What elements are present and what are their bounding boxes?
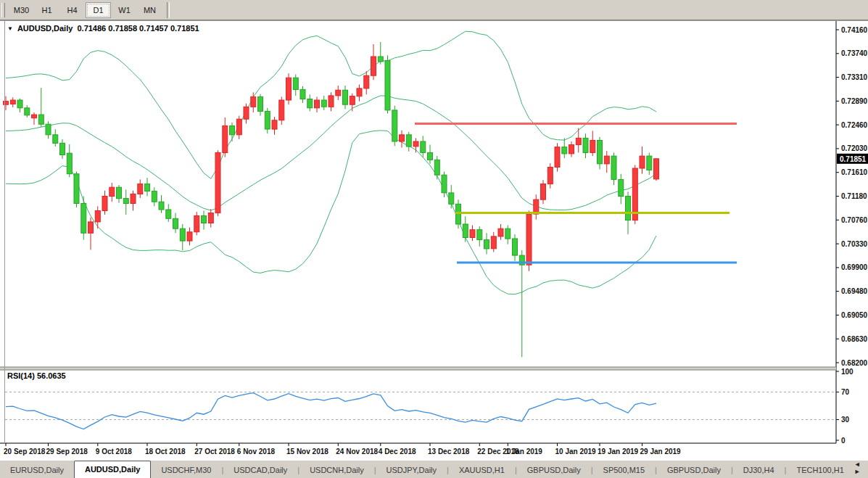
svg-text:10 Jan 2019: 10 Jan 2019 bbox=[555, 448, 597, 456]
svg-text:0.73310: 0.73310 bbox=[841, 73, 868, 81]
svg-text:70: 70 bbox=[841, 388, 850, 396]
svg-text:0.71610: 0.71610 bbox=[841, 168, 868, 176]
svg-text:0.71851: 0.71851 bbox=[840, 155, 867, 163]
svg-text:0.73740: 0.73740 bbox=[841, 49, 868, 57]
svg-text:100: 100 bbox=[841, 368, 853, 376]
chart-tab-sp500-m15[interactable]: SP500,M15 bbox=[593, 463, 655, 478]
svg-text:0.69900: 0.69900 bbox=[841, 263, 868, 271]
svg-text:18 Oct 2018: 18 Oct 2018 bbox=[145, 448, 186, 456]
svg-text:0.72460: 0.72460 bbox=[841, 121, 868, 129]
timeframe-button-h1[interactable]: H1 bbox=[35, 3, 59, 17]
chart-ohlc-header: ▼AUDUSD,Daily 0.71486 0.71858 0.71457 0.… bbox=[7, 24, 199, 33]
chart-window[interactable]: 0.741600.737400.733100.728900.724600.720… bbox=[0, 20, 868, 460]
chart-tab-usdcnh-daily[interactable]: USDCNH,Daily bbox=[299, 463, 374, 478]
svg-text:0: 0 bbox=[841, 437, 846, 445]
svg-text:29 Jan 2019: 29 Jan 2019 bbox=[640, 448, 682, 456]
chart-tab-eurusd-daily[interactable]: EURUSD,Daily bbox=[0, 463, 74, 478]
svg-text:24 Nov 2018: 24 Nov 2018 bbox=[336, 448, 378, 456]
tab-scroll-arrows-icon[interactable]: ◄ ► bbox=[854, 461, 868, 475]
chart-symbol-label: AUDUSD,Daily bbox=[17, 24, 73, 33]
svg-text:0.72030: 0.72030 bbox=[841, 144, 868, 152]
svg-text:0.70760: 0.70760 bbox=[841, 216, 868, 224]
timeframe-button-m30[interactable]: M30 bbox=[9, 3, 33, 17]
chart-tab-gbpusd-daily[interactable]: GBPUSD,Daily bbox=[517, 463, 591, 478]
chart-tab-bar: EURUSD,DailyAUDUSD,DailyUSDCHF,M30|USDCA… bbox=[0, 460, 868, 478]
chart-tab-usdcad-daily[interactable]: USDCAD,Daily bbox=[223, 463, 297, 478]
svg-text:0.74160: 0.74160 bbox=[841, 26, 868, 34]
chart-tab-usdjpy-daily[interactable]: USDJPY,Daily bbox=[376, 463, 447, 478]
chart-ohlc-values: 0.71486 0.71858 0.71457 0.71851 bbox=[77, 24, 199, 33]
collapse-icon[interactable]: ▼ bbox=[7, 25, 13, 32]
toolbar-separator bbox=[167, 2, 170, 18]
svg-text:0.71180: 0.71180 bbox=[841, 192, 867, 200]
chart-tab-tech100-h1[interactable]: TECH100,H1 bbox=[786, 463, 853, 478]
current-price-badge: 0.71851 bbox=[837, 154, 868, 164]
svg-text:20 Sep 2018: 20 Sep 2018 bbox=[4, 448, 46, 456]
svg-text:30: 30 bbox=[841, 416, 850, 424]
svg-text:13 Dec 2018: 13 Dec 2018 bbox=[428, 448, 470, 456]
svg-text:0.72890: 0.72890 bbox=[841, 97, 868, 105]
svg-text:1 Jan 2019: 1 Jan 2019 bbox=[505, 448, 542, 456]
svg-text:0.68200: 0.68200 bbox=[841, 359, 868, 367]
timeframe-button-d1[interactable]: D1 bbox=[86, 2, 111, 18]
timeframe-button-h4[interactable]: H4 bbox=[60, 3, 84, 17]
chart-tab-dj30-h4[interactable]: DJ30,H4 bbox=[733, 463, 785, 478]
mt4-window: M30H1H4D1W1MN 0.741600.737400.733100.728… bbox=[0, 0, 868, 478]
chart-canvas[interactable]: 0.741600.737400.733100.728900.724600.720… bbox=[0, 20, 868, 460]
timeframe-button-w1[interactable]: W1 bbox=[112, 3, 136, 17]
svg-text:15 Nov 2018: 15 Nov 2018 bbox=[286, 448, 328, 456]
timeframe-toolbar: M30H1H4D1W1MN bbox=[0, 0, 868, 20]
chart-tab-xauusd-h1[interactable]: XAUUSD,H1 bbox=[449, 463, 515, 478]
svg-text:6 Nov 2018: 6 Nov 2018 bbox=[237, 448, 276, 456]
toolbar-grip[interactable] bbox=[1, 3, 5, 17]
svg-text:29 Sep 2018: 29 Sep 2018 bbox=[46, 448, 88, 456]
chart-tab-gbpusd-daily[interactable]: GBPUSD,Daily bbox=[657, 463, 731, 478]
svg-text:19 Jan 2019: 19 Jan 2019 bbox=[598, 448, 639, 456]
svg-text:4 Dec 2018: 4 Dec 2018 bbox=[379, 448, 416, 456]
svg-text:0.69480: 0.69480 bbox=[841, 287, 868, 295]
chart-tab-usdchf-m30[interactable]: USDCHF,M30 bbox=[151, 463, 221, 478]
svg-text:0.68630: 0.68630 bbox=[841, 335, 868, 343]
chart-tab-audusd-daily[interactable]: AUDUSD,Daily bbox=[74, 461, 151, 478]
timeframe-button-mn[interactable]: MN bbox=[138, 3, 162, 17]
svg-text:9 Oct 2018: 9 Oct 2018 bbox=[96, 448, 132, 456]
panel-splitter[interactable] bbox=[0, 367, 836, 370]
svg-text:27 Oct 2018: 27 Oct 2018 bbox=[194, 448, 235, 456]
price-scale[interactable]: 0.741600.737400.733100.728900.724600.720… bbox=[836, 26, 868, 367]
svg-text:0.70330: 0.70330 bbox=[841, 240, 868, 248]
svg-text:0.69050: 0.69050 bbox=[841, 311, 868, 319]
rsi-indicator-label: RSI(14) 56.0635 bbox=[7, 371, 66, 380]
